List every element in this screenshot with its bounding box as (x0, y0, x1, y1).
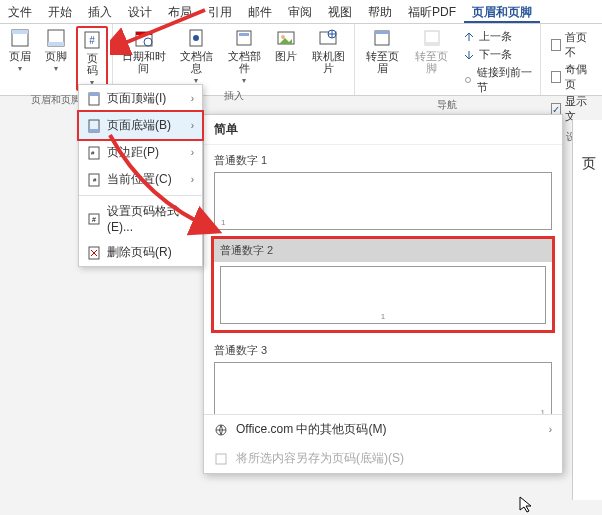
gallery-item-plain-1[interactable]: 普通数字 1 1 (214, 149, 552, 230)
group-label-hf: 页眉和页脚 (31, 91, 81, 109)
ribbon-tabs: 文件 开始 插入 设计 布局 引用 邮件 审阅 视图 帮助 福昕PDF 页眉和页… (0, 0, 602, 24)
group-nav: 转至页眉 转至页脚 上一条 下一条 链接到前一节 (355, 24, 540, 95)
footer-icon (46, 28, 66, 48)
odd-even-diff-checkbox[interactable]: 奇偶页 (551, 62, 592, 92)
menu-separator (79, 195, 202, 196)
gallery-item-plain-3[interactable]: 普通数字 3 1 (214, 339, 552, 414)
group-label-insert: 插入 (224, 87, 244, 105)
online-image-icon (318, 28, 338, 48)
tab-view[interactable]: 视图 (320, 0, 360, 23)
svg-text:#: # (91, 150, 95, 156)
header-label: 页眉 (9, 50, 31, 62)
chevron-right-icon: › (191, 174, 194, 185)
tab-home[interactable]: 开始 (40, 0, 80, 23)
prev-section-button[interactable]: 上一条 (459, 28, 536, 45)
goto-header-button[interactable]: 转至页眉 (359, 26, 405, 76)
chevron-down-icon: ▾ (242, 76, 246, 85)
prev-icon (463, 31, 475, 43)
gallery-item-title: 普通数字 3 (214, 339, 552, 362)
docinfo-button[interactable]: 文档信息 ▾ (174, 26, 218, 87)
tab-header-footer[interactable]: 页眉和页脚 (464, 0, 540, 23)
page-number-gallery: 简单 普通数字 1 1 普通数字 2 1 普通数字 3 1 Office.com… (203, 114, 563, 474)
globe-icon (214, 423, 228, 437)
svg-text:#: # (93, 177, 97, 183)
page-bottom-icon (87, 119, 101, 133)
image-label: 图片 (275, 50, 297, 62)
tab-help[interactable]: 帮助 (360, 0, 400, 23)
page-top-icon (87, 92, 101, 106)
top-of-page-item[interactable]: 页面顶端(I) › (79, 85, 202, 112)
footer-button[interactable]: 页脚 ▾ (40, 26, 72, 75)
goto-header-label: 转至页眉 (363, 50, 401, 74)
svg-rect-1 (12, 30, 28, 34)
gallery-preview: 1 (220, 266, 546, 324)
image-button[interactable]: 图片 (270, 26, 302, 64)
svg-rect-12 (239, 33, 249, 36)
image-icon (276, 28, 296, 48)
tab-design[interactable]: 设计 (120, 0, 160, 23)
tab-mailings[interactable]: 邮件 (240, 0, 280, 23)
calendar-icon (134, 28, 154, 48)
datetime-button[interactable]: 日期和时间 (117, 26, 170, 76)
gallery-preview: 1 (214, 172, 552, 230)
online-image-button[interactable]: 联机图片 (306, 26, 350, 76)
goto-footer-label: 转至页脚 (413, 50, 451, 74)
mouse-cursor-icon (518, 495, 536, 513)
page-number-button[interactable]: # 页码 ▾ (76, 26, 108, 91)
first-diff-label: 首页不 (565, 30, 592, 60)
svg-rect-7 (136, 32, 152, 35)
bottom-of-page-item[interactable]: 页面底端(B) › (77, 110, 204, 141)
gallery-item-plain-2[interactable]: 普通数字 2 1 (211, 236, 555, 333)
page-number-dropdown: 页面顶端(I) › 页面底端(B) › # 页边距(P) › # 当前位置(C)… (78, 84, 203, 267)
header-icon (10, 28, 30, 48)
docparts-button[interactable]: 文档部件 ▾ (222, 26, 266, 87)
document-page-edge (572, 120, 602, 500)
tab-review[interactable]: 审阅 (280, 0, 320, 23)
gallery-header: 简单 (204, 115, 562, 145)
tab-foxit[interactable]: 福昕PDF (400, 0, 464, 23)
svg-point-10 (193, 35, 199, 41)
gallery-footer: Office.com 中的其他页码(M) › 将所选内容另存为页码(底端)(S) (204, 414, 562, 473)
tab-file[interactable]: 文件 (0, 0, 40, 23)
goto-header-icon (372, 28, 392, 48)
link-previous-button[interactable]: 链接到前一节 (459, 64, 536, 96)
link-icon (463, 74, 473, 86)
svg-text:#: # (92, 216, 96, 223)
gallery-item-title: 普通数字 1 (214, 149, 552, 172)
goto-footer-button[interactable]: 转至页脚 (409, 26, 455, 76)
docinfo-icon (186, 28, 206, 48)
tab-layout[interactable]: 布局 (160, 0, 200, 23)
tab-insert[interactable]: 插入 (80, 0, 120, 23)
svg-point-14 (281, 35, 285, 39)
tab-references[interactable]: 引用 (200, 0, 240, 23)
format-page-number-item[interactable]: # 设置页码格式(E)... (79, 198, 202, 239)
header-button[interactable]: 页眉 ▾ (4, 26, 36, 75)
remove-icon (87, 246, 101, 260)
more-office-label: Office.com 中的其他页码(M) (236, 421, 386, 438)
page-number-label: 页码 (82, 52, 102, 76)
svg-rect-20 (425, 42, 439, 45)
dd-label: 页边距(P) (107, 144, 159, 161)
svg-rect-3 (48, 42, 64, 46)
gallery-body: 普通数字 1 1 普通数字 2 1 普通数字 3 1 (204, 145, 562, 414)
svg-point-8 (144, 38, 152, 46)
dd-label: 删除页码(R) (107, 244, 172, 261)
next-section-button[interactable]: 下一条 (459, 46, 536, 63)
svg-text:#: # (89, 35, 95, 46)
page-char-label: 页 (582, 155, 596, 173)
dd-label: 当前位置(C) (107, 171, 172, 188)
first-page-diff-checkbox[interactable]: 首页不 (551, 30, 592, 60)
next-icon (463, 49, 475, 61)
checkbox-empty-icon (551, 39, 561, 51)
next-label: 下一条 (479, 47, 512, 62)
more-from-office-item[interactable]: Office.com 中的其他页码(M) › (204, 415, 562, 444)
goto-footer-icon (422, 28, 442, 48)
page-margins-item[interactable]: # 页边距(P) › (79, 139, 202, 166)
current-position-item[interactable]: # 当前位置(C) › (79, 166, 202, 193)
dd-label: 设置页码格式(E)... (107, 203, 194, 234)
chevron-right-icon: › (191, 120, 194, 131)
svg-rect-22 (89, 93, 99, 96)
remove-page-number-item[interactable]: 删除页码(R) (79, 239, 202, 266)
chevron-right-icon: › (549, 424, 552, 435)
gallery-item-title: 普通数字 2 (214, 239, 552, 262)
